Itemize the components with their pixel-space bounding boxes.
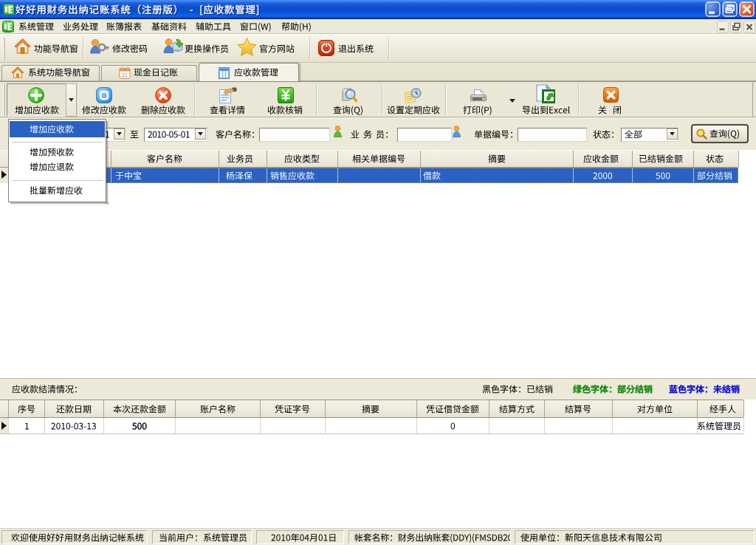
svg-text:21: 21 <box>122 72 128 78</box>
